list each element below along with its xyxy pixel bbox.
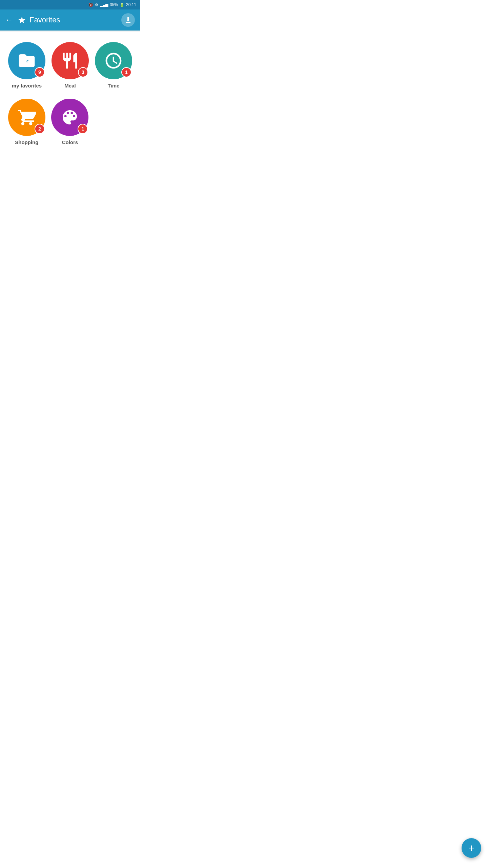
status-bar-right: 🔇 ⚙ ▂▄▆ 35% 🔋 20:11	[88, 2, 136, 7]
my-favorites-circle-container: 9	[8, 42, 45, 79]
download-button[interactable]	[121, 13, 135, 27]
category-grid-row2: 2 Shopping 1 Colors	[7, 99, 134, 145]
category-meal[interactable]: 3 Meal	[50, 42, 90, 88]
page-title: Favorites	[29, 16, 60, 24]
signal-icon: ▂▄▆	[100, 3, 108, 7]
app-bar-left: ← ★ Favorites	[5, 15, 60, 26]
star-folder-icon	[17, 51, 36, 70]
favorites-star-icon: ★	[18, 15, 26, 26]
colors-circle-container: 1	[51, 99, 88, 136]
clock-icon	[104, 51, 123, 70]
category-shopping[interactable]: 2 Shopping	[7, 99, 47, 145]
cutlery-icon	[61, 51, 80, 70]
time-text: 20:11	[126, 2, 136, 7]
shopping-badge: 2	[35, 124, 45, 134]
meal-badge: 3	[78, 67, 88, 77]
hotspot-icon: ⚙	[95, 3, 98, 7]
mute-icon: 🔇	[88, 3, 93, 7]
battery-icon: 🔋	[120, 3, 124, 7]
app-bar: ← ★ Favorites	[0, 9, 140, 31]
shopping-circle-container: 2	[8, 99, 45, 136]
title-group: ★ Favorites	[18, 15, 60, 26]
shopping-label: Shopping	[15, 139, 38, 145]
back-button[interactable]: ←	[5, 16, 13, 24]
colors-label: Colors	[62, 139, 78, 145]
colors-badge: 1	[78, 124, 88, 134]
time-badge: 1	[121, 67, 131, 77]
main-content: 9 my favorites 3 Meal	[0, 32, 140, 159]
palette-icon	[60, 108, 79, 127]
meal-circle-container: 3	[52, 42, 89, 79]
category-my-favorites[interactable]: 9 my favorites	[7, 42, 47, 88]
battery-text: 35%	[110, 2, 118, 7]
time-circle-container: 1	[95, 42, 132, 79]
category-grid-row1: 9 my favorites 3 Meal	[7, 42, 134, 88]
download-icon	[124, 16, 132, 24]
category-colors[interactable]: 1 Colors	[50, 99, 90, 145]
meal-label: Meal	[64, 83, 76, 88]
cart-icon	[17, 108, 36, 127]
my-favorites-badge: 9	[35, 67, 45, 77]
time-label: Time	[108, 83, 120, 88]
status-bar: 🔇 ⚙ ▂▄▆ 35% 🔋 20:11	[0, 0, 140, 9]
my-favorites-label: my favorites	[12, 83, 42, 88]
category-time[interactable]: 1 Time	[94, 42, 134, 88]
